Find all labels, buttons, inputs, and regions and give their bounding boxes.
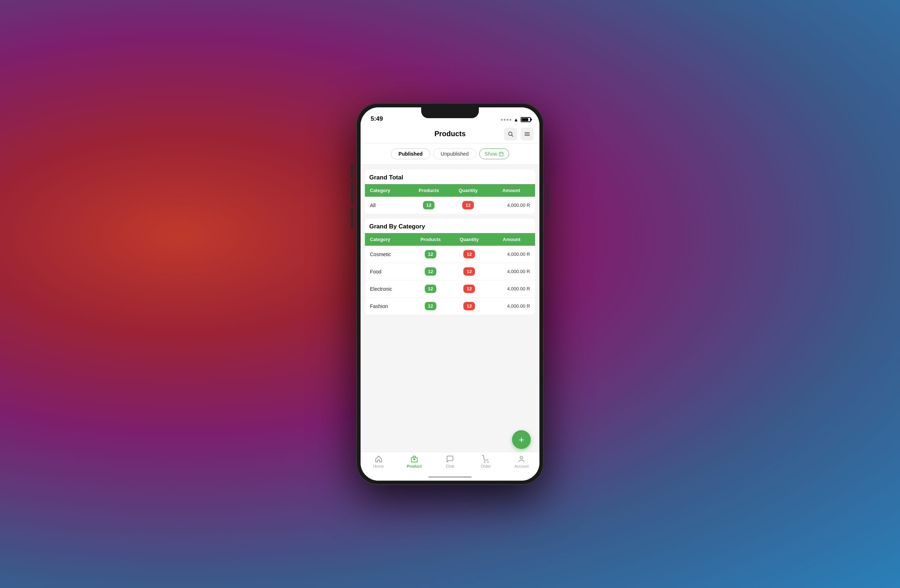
svg-point-11: [484, 461, 485, 463]
gbc-row-cat: Fashion: [365, 298, 411, 315]
status-time: 5:49: [369, 115, 383, 122]
gbc-col-category: Category: [365, 233, 411, 246]
dot1: [501, 119, 503, 121]
gbc-row-quantity: 12: [450, 298, 488, 315]
gbc-header-row: Category Products Quantity Amount: [365, 233, 535, 246]
product-icon: [410, 455, 418, 463]
home-indicator: [428, 476, 472, 478]
svg-rect-10: [413, 459, 415, 460]
show-button[interactable]: Show: [479, 149, 509, 159]
menu-icon: [524, 131, 530, 137]
grand-total-header-row: Category Products Quantity Amount: [365, 184, 535, 197]
nav-item-order[interactable]: Order: [468, 455, 504, 468]
side-button-mute: [351, 164, 353, 179]
gt-col-products: Products: [408, 184, 449, 197]
battery-icon: [521, 117, 531, 122]
phone-frame: 5:49 ▲ Products: [356, 103, 544, 485]
products-badge: 12: [425, 250, 436, 258]
nav-label-product: Product: [407, 464, 422, 468]
nav-label-account: Account: [515, 464, 529, 468]
published-tab[interactable]: Published: [391, 149, 430, 159]
grand-total-table: Category Products Quantity Amount All 12…: [365, 184, 535, 214]
gt-col-category: Category: [365, 184, 408, 197]
order-icon: [482, 455, 490, 463]
nav-item-account[interactable]: Account: [504, 455, 539, 468]
home-icon: [375, 455, 383, 463]
menu-button[interactable]: [521, 128, 534, 141]
gbc-tbody: Cosmetic 12 12 4,000.00 R Food 12 12 4,0…: [365, 246, 535, 314]
table-row: Fashion 12 12 4,000.00 R: [365, 298, 535, 315]
gbc-row-products: 12: [411, 263, 450, 280]
products-badge: 12: [425, 302, 436, 310]
gbc-row-cat: Food: [365, 263, 411, 280]
search-icon: [508, 131, 514, 137]
battery-fill: [522, 118, 528, 121]
grand-total-title: Grand Total: [365, 170, 535, 184]
gbc-row-amount: 4,000.00 R: [488, 263, 535, 280]
unpublished-tab[interactable]: Unpublished: [433, 149, 476, 159]
add-fab-button[interactable]: +: [512, 430, 531, 449]
svg-rect-5: [499, 152, 503, 156]
gbc-row-products: 12: [411, 298, 450, 315]
svg-point-13: [520, 456, 523, 459]
gbc-row-cat: Electronic: [365, 280, 411, 298]
quantity-badge: 12: [463, 302, 475, 310]
grand-total-tbody: All 12 12 4,000.00 R: [365, 197, 535, 214]
side-button-power: [547, 186, 549, 215]
header-actions: [504, 128, 534, 141]
nav-label-home: Home: [373, 464, 384, 468]
plus-icon: +: [518, 435, 524, 444]
gt-row-amount: 4,000.00 R: [487, 197, 535, 214]
grand-total-section: Grand Total Category Products Quantity A…: [365, 170, 535, 214]
chat-icon: [446, 455, 454, 463]
nav-item-home[interactable]: Home: [361, 455, 396, 468]
table-row: Food 12 12 4,000.00 R: [365, 263, 535, 280]
calendar-icon: [499, 151, 504, 156]
products-badge: 12: [423, 201, 434, 209]
gt-row-quantity: 12: [449, 197, 487, 214]
phone-screen: 5:49 ▲ Products: [361, 107, 539, 481]
notch: [421, 107, 479, 118]
products-badge: 12: [425, 267, 436, 275]
table-row: Cosmetic 12 12 4,000.00 R: [365, 246, 535, 263]
quantity-badge: 12: [463, 250, 475, 258]
products-badge: 12: [425, 285, 436, 293]
svg-line-1: [512, 135, 513, 136]
gt-row-products: 12: [408, 197, 449, 214]
battery-tip: [531, 119, 532, 121]
table-row: All 12 12 4,000.00 R: [365, 197, 535, 214]
app-header: Products: [361, 125, 539, 143]
gbc-row-quantity: 12: [450, 246, 488, 263]
quantity-badge: 12: [463, 285, 475, 293]
show-label: Show: [485, 151, 497, 157]
quantity-badge: 12: [463, 267, 475, 275]
gbc-col-products: Products: [411, 233, 450, 246]
signal-dots: [501, 119, 511, 121]
grand-by-category-title: Grand By Category: [365, 219, 535, 233]
nav-label-order: Order: [481, 464, 491, 468]
gbc-col-quantity: Quantity: [450, 233, 488, 246]
side-button-volume-up: [351, 182, 353, 204]
filter-section: Published Unpublished Show: [361, 143, 539, 165]
gbc-row-quantity: 12: [450, 280, 488, 298]
nav-item-chat[interactable]: Chat: [432, 455, 468, 468]
gbc-row-amount: 4,000.00 R: [488, 298, 535, 315]
quantity-badge: 12: [462, 201, 474, 209]
gbc-thead: Category Products Quantity Amount: [365, 233, 535, 246]
search-button[interactable]: [504, 128, 517, 141]
nav-label-chat: Chat: [446, 464, 454, 468]
main-content: Published Unpublished Show Grand Total: [361, 143, 539, 481]
account-icon: [517, 455, 525, 463]
gt-col-quantity: Quantity: [449, 184, 487, 197]
gbc-row-amount: 4,000.00 R: [488, 246, 535, 263]
wifi-icon: ▲: [514, 117, 518, 122]
gt-col-amount: Amount: [487, 184, 535, 197]
gbc-row-amount: 4,000.00 R: [488, 280, 535, 298]
grand-by-category-table: Category Products Quantity Amount Cosmet…: [365, 233, 535, 314]
svg-point-12: [487, 461, 489, 463]
gbc-row-products: 12: [411, 246, 450, 263]
page-title: Products: [434, 130, 466, 138]
nav-item-product[interactable]: Product: [396, 455, 432, 468]
grand-total-thead: Category Products Quantity Amount: [365, 184, 535, 197]
side-button-volume-down: [351, 207, 353, 229]
